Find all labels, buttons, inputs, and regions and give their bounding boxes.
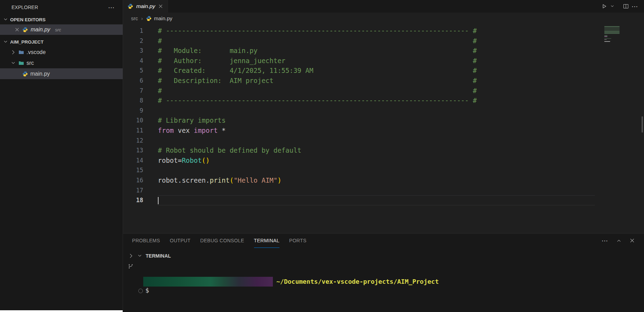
- code-line[interactable]: 14robot=Robot(): [123, 155, 644, 166]
- code-line[interactable]: 12: [123, 136, 644, 146]
- chevron-down-icon: [137, 253, 143, 259]
- scrollbar-thumb[interactable]: [642, 116, 643, 132]
- code-line[interactable]: 7# #: [123, 86, 644, 96]
- code-line[interactable]: 2# #: [123, 36, 644, 46]
- project-name-label: AIM_PROJECT: [10, 39, 44, 45]
- explorer-more-icon[interactable]: ⋯: [108, 3, 115, 12]
- text-cursor: [158, 197, 159, 204]
- chevron-right-icon: [10, 50, 16, 55]
- minimap-line: [604, 33, 620, 34]
- code-line[interactable]: 4# Author: jenna_juechter #: [123, 56, 644, 66]
- tab-close-icon[interactable]: [158, 4, 163, 9]
- code-line[interactable]: 6# Description: AIM project #: [123, 76, 644, 86]
- line-number: 4: [123, 56, 143, 66]
- panel-tab-ports[interactable]: PORTS: [289, 234, 306, 248]
- line-number: 16: [123, 175, 143, 185]
- breadcrumb-folder[interactable]: src: [131, 15, 138, 21]
- line-number: 14: [123, 155, 143, 166]
- code-line[interactable]: 5# Created: 4/1/2025, 11:55:39 AM #: [123, 66, 644, 76]
- tree-item-vscode-folder[interactable]: .vscode: [0, 47, 123, 58]
- line-number: 6: [123, 76, 143, 86]
- terminal-section-header[interactable]: TERMINAL: [128, 251, 171, 261]
- panel-maximize-icon[interactable]: [616, 238, 622, 243]
- explorer-sidebar: EXPLORER ⋯ OPEN EDITORS main.py src AIM_…: [0, 0, 123, 310]
- panel-tabs-row: PROBLEMSOUTPUTDEBUG CONSOLETERMINALPORTS…: [123, 234, 644, 248]
- line-text: [158, 195, 595, 205]
- minimap-line: [604, 29, 620, 30]
- tree-item-label: src: [26, 60, 34, 66]
- panel-close-icon[interactable]: [629, 238, 635, 243]
- tab-mainpy[interactable]: main.py: [123, 0, 168, 13]
- code-area: 1# -------------------------------------…: [123, 24, 644, 205]
- line-text: # Library imports: [143, 115, 225, 125]
- command-decoration-icon[interactable]: [138, 289, 143, 293]
- prompt-gradient-segment: [143, 277, 273, 287]
- code-line[interactable]: 15: [123, 165, 644, 175]
- minimap-line: [604, 27, 620, 28]
- code-line[interactable]: 3# Module: main.py #: [123, 46, 644, 56]
- minimap-line: [604, 32, 620, 33]
- explorer-header: EXPLORER ⋯: [0, 0, 123, 15]
- line-text: # #: [143, 86, 477, 96]
- open-editor-detail: src: [55, 27, 61, 32]
- code-line[interactable]: 9: [123, 106, 644, 116]
- run-python-button[interactable]: [601, 3, 607, 9]
- run-dropdown-icon[interactable]: [610, 4, 615, 9]
- line-text: # Description: AIM project #: [143, 76, 477, 86]
- panel-tab-terminal[interactable]: TERMINAL: [254, 234, 279, 248]
- code-line[interactable]: 1# -------------------------------------…: [123, 26, 644, 36]
- line-text: # #: [143, 36, 477, 46]
- minimap-line: [604, 28, 620, 29]
- vscode-window: EXPLORER ⋯ OPEN EDITORS main.py src AIM_…: [0, 0, 644, 312]
- line-text: [143, 136, 158, 146]
- window-edge-artifact: [0, 310, 123, 312]
- open-editor-filename: main.py: [31, 26, 50, 33]
- code-line[interactable]: 10# Library imports: [123, 115, 644, 125]
- code-line[interactable]: 17: [123, 185, 644, 196]
- editor-tabbar: main.py ⋯: [123, 0, 644, 13]
- minimap-line: [604, 41, 610, 42]
- code-line[interactable]: 16robot.screen.print("Hello AIM"): [123, 175, 644, 185]
- python-file-icon: [22, 71, 28, 77]
- code-editor[interactable]: 1# -------------------------------------…: [123, 24, 644, 234]
- tree-item-label: main.py: [30, 71, 50, 77]
- open-editors-section-header[interactable]: OPEN EDITORS: [0, 15, 123, 24]
- line-text: # --------------------------------------…: [143, 96, 477, 106]
- editor-more-icon[interactable]: ⋯: [631, 2, 638, 10]
- code-line[interactable]: 18: [123, 195, 644, 205]
- line-text: # Created: 4/1/2025, 11:55:39 AM #: [143, 66, 477, 76]
- python-file-icon: [22, 27, 28, 32]
- minimap[interactable]: [604, 26, 638, 44]
- line-text: robot.screen.print("Hello AIM"): [143, 175, 282, 185]
- line-text: [143, 106, 158, 116]
- line-text: from vex import *: [143, 125, 226, 136]
- line-number: 17: [123, 185, 143, 196]
- minimap-line: [604, 36, 607, 37]
- breadcrumb-file[interactable]: main.py: [146, 15, 172, 21]
- terminal-branch-icon: [128, 264, 133, 269]
- minimap-line: [604, 30, 620, 31]
- chevron-down-icon: [10, 60, 16, 66]
- code-line[interactable]: 8# -------------------------------------…: [123, 96, 644, 106]
- panel-tab-debug-console[interactable]: DEBUG CONSOLE: [200, 234, 244, 248]
- tree-item-src-folder[interactable]: src: [0, 58, 123, 68]
- project-section-header[interactable]: AIM_PROJECT: [0, 37, 123, 47]
- line-number: 3: [123, 46, 143, 56]
- panel-more-icon[interactable]: ⋯: [601, 237, 608, 245]
- breadcrumb: src › main.py: [123, 13, 644, 24]
- line-number: 1: [123, 26, 143, 36]
- line-number: 18: [123, 195, 143, 205]
- minimap-line: [604, 39, 607, 40]
- code-line[interactable]: 13# Robot should be defined by default: [123, 145, 644, 155]
- panel-tab-output[interactable]: OUTPUT: [170, 234, 190, 248]
- code-line[interactable]: 11from vex import *: [123, 125, 644, 136]
- python-file-icon: [146, 16, 152, 21]
- split-editor-icon[interactable]: [623, 3, 629, 9]
- panel-tab-problems[interactable]: PROBLEMS: [132, 234, 160, 248]
- breadcrumb-separator-icon: ›: [141, 15, 143, 21]
- open-editor-item-mainpy[interactable]: main.py src: [0, 24, 123, 35]
- chevron-down-icon: [3, 17, 8, 22]
- tree-item-mainpy-file[interactable]: main.py: [0, 68, 123, 79]
- src-folder-icon: [18, 60, 24, 66]
- close-icon[interactable]: [15, 27, 20, 32]
